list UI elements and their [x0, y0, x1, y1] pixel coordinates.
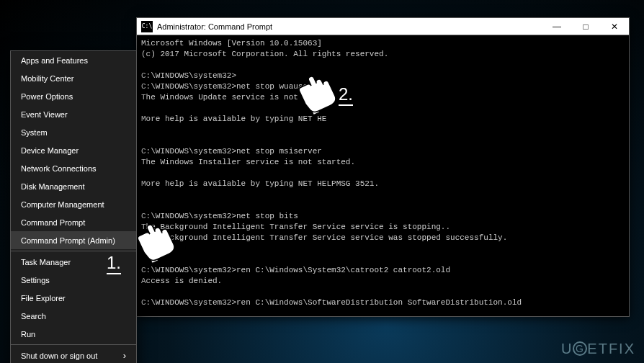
cmd-title: Administrator: Command Prompt: [157, 22, 542, 31]
winx-item-disk-management[interactable]: Disk Management: [11, 177, 136, 195]
menu-divider: [11, 251, 136, 251]
watermark-pre: U: [561, 341, 573, 357]
winx-item-system[interactable]: System: [11, 123, 136, 141]
winx-item-computer-management[interactable]: Computer Management: [11, 195, 136, 213]
annotation-number-1: 1.: [107, 254, 121, 274]
cmd-titlebar[interactable]: C:\ Administrator: Command Prompt — □ ✕: [137, 18, 629, 35]
winx-item-mobility-center[interactable]: Mobility Center: [11, 69, 136, 87]
winx-item-search[interactable]: Search: [11, 307, 136, 325]
annotation-number-2: 2.: [339, 85, 353, 106]
winx-item-shut-down-or-sign-out[interactable]: Shut down or sign out: [11, 346, 136, 363]
close-button[interactable]: ✕: [600, 18, 629, 35]
minimize-button[interactable]: —: [542, 18, 571, 35]
maximize-button[interactable]: □: [571, 18, 600, 35]
cmd-icon: C:\: [141, 21, 153, 32]
watermark: UGETFIX: [561, 341, 635, 357]
winx-item-network-connections[interactable]: Network Connections: [11, 159, 136, 177]
watermark-post: ETFIX: [587, 341, 635, 357]
command-prompt-window: C:\ Administrator: Command Prompt — □ ✕ …: [136, 17, 630, 317]
watermark-g: G: [573, 341, 587, 356]
menu-divider: [11, 344, 136, 345]
winx-item-command-prompt[interactable]: Command Prompt: [11, 213, 136, 231]
winx-item-device-manager[interactable]: Device Manager: [11, 141, 136, 159]
winx-item-run[interactable]: Run: [11, 325, 136, 343]
winx-item-command-prompt-admin[interactable]: Command Prompt (Admin): [11, 231, 136, 249]
winx-item-event-viewer[interactable]: Event Viewer: [11, 105, 136, 123]
winx-item-power-options[interactable]: Power Options: [11, 87, 136, 105]
winx-menu: Apps and FeaturesMobility CenterPower Op…: [10, 50, 137, 363]
winx-item-file-explorer[interactable]: File Explorer: [11, 289, 136, 307]
winx-item-apps-and-features[interactable]: Apps and Features: [11, 51, 136, 69]
cmd-output[interactable]: Microsoft Windows [Version 10.0.15063] (…: [137, 35, 629, 316]
